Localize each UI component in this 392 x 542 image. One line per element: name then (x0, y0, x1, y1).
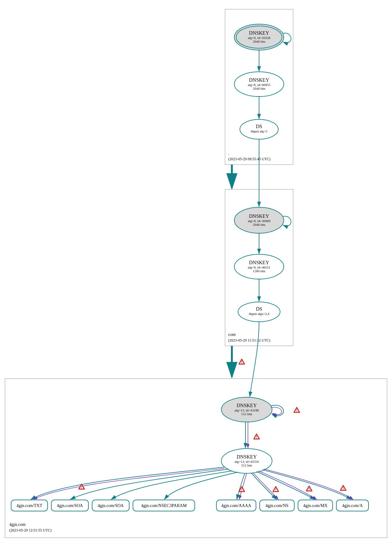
rr-soa-2[interactable]: 4gjn.com/SOA (92, 500, 129, 511)
svg-text:512 bits: 512 bits (241, 412, 252, 416)
warn-icon (254, 434, 259, 439)
svg-text:2048 bits: 2048 bits (253, 40, 266, 43)
zone-root-timestamp: (2023-05-29 09:55:45 UTC) (228, 157, 271, 161)
warn-icon (306, 486, 312, 491)
edge-com-ds-to-domain-ksk (250, 322, 259, 397)
svg-text:DNSKEY: DNSKEY (249, 260, 269, 265)
warn-icon (273, 487, 279, 492)
svg-text:4gjn.com/A: 4gjn.com/A (342, 503, 363, 508)
edge-domain-ksk-self-purple (271, 407, 282, 415)
node-com-ds[interactable]: DS digest algs=2,4 (238, 302, 280, 322)
zone-domain-timestamp: (2023-05-29 12:51:55 UTC) (9, 528, 52, 532)
edge-zsk-to-ns-purple (253, 473, 278, 499)
warn-icon (239, 359, 245, 364)
svg-text:4gjn.com/SOA: 4gjn.com/SOA (57, 503, 83, 508)
svg-text:4gjn.com/MX: 4gjn.com/MX (303, 503, 328, 508)
zone-com-timestamp: (2023-05-29 11:51:32 UTC) (228, 338, 270, 342)
svg-text:digest algs=2,4: digest algs=2,4 (249, 312, 270, 316)
warn-icon (340, 485, 346, 491)
svg-text:2048 bits: 2048 bits (253, 223, 266, 226)
svg-text:DS: DS (256, 124, 262, 129)
edge-zsk-to-ns (251, 473, 276, 499)
svg-text:4gjn.com/AAAA: 4gjn.com/AAAA (221, 503, 252, 508)
svg-text:DNSKEY: DNSKEY (249, 213, 269, 219)
svg-text:512 bits: 512 bits (241, 463, 252, 467)
svg-text:alg=8, id=30909: alg=8, id=30909 (248, 219, 271, 223)
svg-text:DNSKEY: DNSKEY (237, 454, 257, 459)
rr-txt[interactable]: 4gjn.com/TXT (11, 500, 48, 511)
svg-text:alg=8, id=60955: alg=8, id=60955 (248, 83, 271, 87)
zone-root-label: . (228, 151, 229, 156)
svg-text:DNSKEY: DNSKEY (249, 30, 269, 36)
node-root-dnskey-ksk[interactable]: DNSKEY alg=8, id=20326 2048 bits (234, 24, 284, 50)
dnssec-diagram: ! . (2023-05-29 09:55:45 UTC) DNSKEY alg… (0, 0, 392, 542)
svg-text:digest alg=2: digest alg=2 (251, 129, 267, 133)
svg-text:4gjn.com/NSEC3PARAM: 4gjn.com/NSEC3PARAM (141, 503, 187, 508)
svg-text:4gjn.com/NS: 4gjn.com/NS (266, 503, 288, 508)
zone-com-label: com (228, 332, 236, 337)
zone-domain-label: 4gjn.com (9, 522, 26, 527)
rr-mx[interactable]: 4gjn.com/MX (298, 500, 333, 511)
edge-zsk-to-soa2 (111, 471, 232, 499)
node-com-dnskey-zsk[interactable]: DNSKEY alg=8, id=46551 1280 bits (234, 254, 284, 279)
svg-text:alg=8, id=46551: alg=8, id=46551 (248, 265, 271, 269)
rr-nsec3param[interactable]: 4gjn.com/NSEC3PARAM (133, 500, 195, 511)
svg-text:DNSKEY: DNSKEY (237, 403, 257, 408)
svg-text:4gjn.com/TXT: 4gjn.com/TXT (16, 503, 42, 508)
svg-text:alg=8, id=20326: alg=8, id=20326 (248, 36, 271, 40)
svg-text:DS: DS (256, 306, 262, 312)
svg-text:4gjn.com/SOA: 4gjn.com/SOA (98, 503, 124, 508)
rrset-row: 4gjn.com/TXT 4gjn.com/SOA 4gjn.com/SOA 4… (11, 500, 369, 511)
rr-a[interactable]: 4gjn.com/A (336, 500, 369, 511)
svg-text:2048 bits: 2048 bits (253, 87, 266, 90)
node-root-dnskey-zsk[interactable]: DNSKEY alg=8, id=60955 2048 bits (234, 72, 284, 97)
svg-text:alg=13, id=45550: alg=13, id=45550 (235, 460, 259, 463)
rr-aaaa[interactable]: 4gjn.com/AAAA (216, 500, 256, 511)
zone-domain-box (5, 379, 387, 538)
node-domain-dnskey-ksk[interactable]: DNSKEY alg=13, id=43196 512 bits (221, 397, 272, 422)
warn-icon (239, 487, 245, 492)
rr-ns[interactable]: 4gjn.com/NS (260, 500, 294, 511)
warn-icon (294, 407, 300, 413)
svg-text:DNSKEY: DNSKEY (249, 77, 269, 83)
rr-soa-1[interactable]: 4gjn.com/SOA (51, 500, 88, 511)
node-root-ds[interactable]: DS digest alg=2 (240, 119, 278, 139)
node-domain-dnskey-zsk[interactable]: DNSKEY alg=13, id=45550 512 bits (221, 449, 272, 473)
svg-text:1280 bits: 1280 bits (253, 269, 266, 273)
edge-zsk-to-aaaa (237, 473, 245, 499)
svg-text:alg=13, id=43196: alg=13, id=43196 (235, 408, 259, 412)
node-com-dnskey-ksk[interactable]: DNSKEY alg=8, id=30909 2048 bits (234, 207, 284, 233)
